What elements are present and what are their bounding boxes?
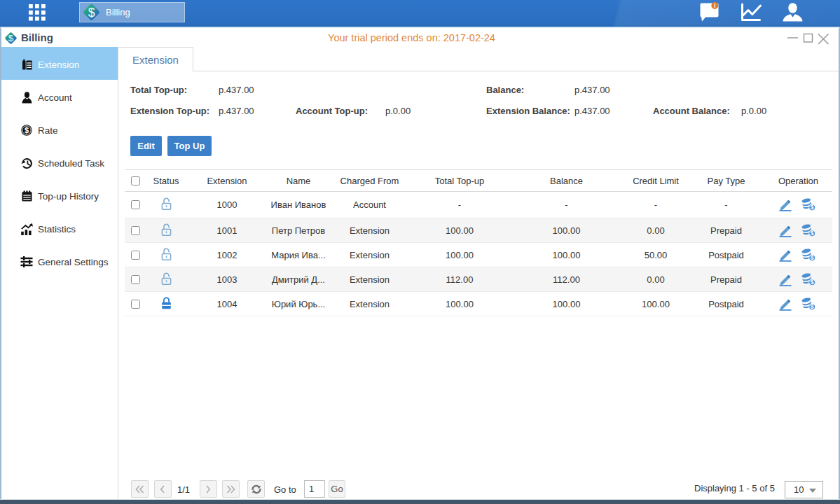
- svg-text:$: $: [88, 6, 95, 20]
- svg-text:!: !: [714, 2, 716, 9]
- svg-text:$: $: [811, 254, 814, 261]
- svg-text:$: $: [811, 303, 814, 310]
- svg-text:$: $: [811, 279, 814, 286]
- svg-text:$: $: [811, 230, 814, 237]
- svg-text:$: $: [811, 204, 814, 211]
